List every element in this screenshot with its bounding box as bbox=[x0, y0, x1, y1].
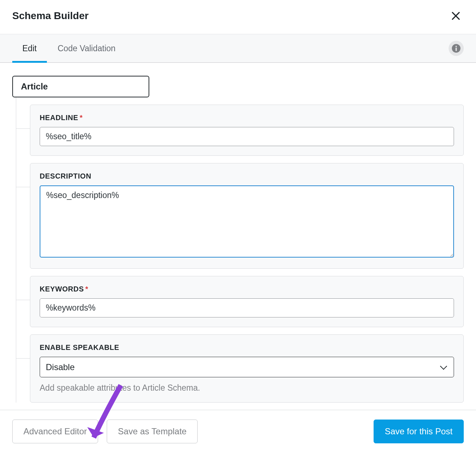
field-card-description: DESCRIPTION bbox=[30, 163, 464, 269]
schema-type-badge[interactable]: Article bbox=[12, 76, 149, 97]
close-icon bbox=[451, 11, 461, 21]
field-speakable: ENABLE SPEAKABLE Disable Add speakable a… bbox=[30, 334, 464, 403]
info-icon bbox=[451, 44, 461, 53]
field-label-text: HEADLINE bbox=[40, 114, 78, 122]
speakable-select[interactable]: Disable bbox=[40, 357, 454, 377]
tab-edit[interactable]: Edit bbox=[12, 34, 47, 62]
description-textarea[interactable] bbox=[40, 185, 454, 258]
field-keywords: KEYWORDS* bbox=[30, 276, 464, 327]
svg-point-1 bbox=[455, 46, 457, 47]
field-card-headline: HEADLINE* bbox=[30, 105, 464, 156]
close-button[interactable] bbox=[448, 8, 464, 24]
advanced-editor-button[interactable]: Advanced Editor bbox=[12, 420, 98, 443]
modal-title: Schema Builder bbox=[12, 10, 89, 22]
required-mark: * bbox=[80, 114, 83, 122]
save-for-post-button[interactable]: Save for this Post bbox=[374, 420, 464, 443]
field-card-keywords: KEYWORDS* bbox=[30, 276, 464, 327]
field-label-headline: HEADLINE* bbox=[40, 114, 454, 122]
save-as-template-button[interactable]: Save as Template bbox=[107, 420, 198, 443]
schema-type-row: Article bbox=[12, 76, 464, 97]
field-card-speakable: ENABLE SPEAKABLE Disable Add speakable a… bbox=[30, 334, 464, 403]
speakable-select-wrap: Disable bbox=[40, 357, 454, 377]
schema-fields-tree: HEADLINE* DESCRIPTION KEYWORDS* bbox=[16, 97, 464, 403]
field-label-text: KEYWORDS bbox=[40, 285, 84, 293]
required-mark: * bbox=[85, 285, 88, 293]
field-headline: HEADLINE* bbox=[30, 105, 464, 156]
schema-builder-modal: Schema Builder Edit Code Validation Arti… bbox=[0, 0, 476, 454]
tab-bar: Edit Code Validation bbox=[0, 34, 476, 63]
field-label-description: DESCRIPTION bbox=[40, 172, 454, 180]
modal-footer: Advanced Editor Save as Template Save fo… bbox=[0, 410, 476, 454]
info-button[interactable] bbox=[449, 41, 464, 56]
tab-code-validation[interactable]: Code Validation bbox=[47, 34, 127, 62]
keywords-input[interactable] bbox=[40, 298, 454, 317]
modal-body: Article HEADLINE* DESCRIPTION bbox=[0, 63, 476, 403]
svg-rect-2 bbox=[455, 48, 457, 51]
modal-header: Schema Builder bbox=[0, 0, 476, 34]
speakable-helper: Add speakable attributes to Article Sche… bbox=[40, 383, 454, 393]
field-description: DESCRIPTION bbox=[30, 163, 464, 269]
field-label-keywords: KEYWORDS* bbox=[40, 285, 454, 293]
field-label-speakable: ENABLE SPEAKABLE bbox=[40, 343, 454, 352]
headline-input[interactable] bbox=[40, 127, 454, 146]
